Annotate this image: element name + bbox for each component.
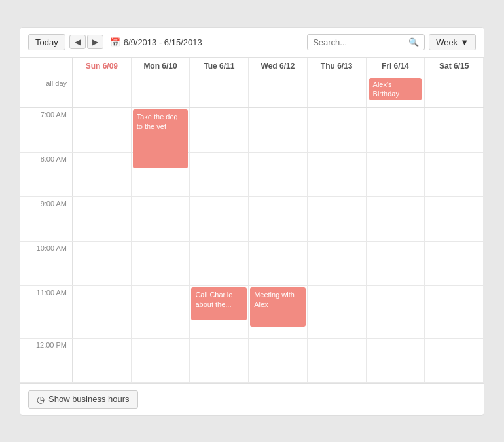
cell-7am-sun (73, 108, 132, 152)
allday-label: all day (20, 75, 73, 107)
cell-7am-fri (367, 108, 425, 152)
allday-mon (132, 75, 190, 107)
header-wed: Wed 6/12 (249, 58, 308, 75)
cell-8am-thu (308, 153, 367, 196)
allday-sun (73, 75, 132, 107)
header-thu: Thu 6/13 (308, 58, 367, 75)
cell-9am-sun (73, 197, 132, 241)
allday-sat (425, 75, 484, 107)
cell-11am-sat (425, 286, 484, 338)
header-tue: Tue 6/11 (190, 58, 249, 75)
dropdown-arrow-icon: ▼ (460, 37, 469, 47)
nav-group: ◀ ▶ (69, 35, 103, 49)
cell-10am-sun (73, 242, 132, 285)
cell-12pm-sat (425, 339, 484, 382)
date-range: 📅 6/9/2013 - 6/15/2013 (110, 37, 202, 47)
cell-9am-wed (249, 197, 308, 241)
cell-12pm-tue (190, 339, 249, 382)
cell-12pm-wed (249, 339, 308, 382)
header-mon: Mon 6/10 (132, 58, 190, 75)
cell-10am-tue (190, 242, 249, 285)
cell-7am-thu (308, 108, 367, 152)
week-view-button[interactable]: Week ▼ (429, 34, 476, 50)
time-row-9am: 9:00 AM (20, 197, 484, 242)
cell-9am-tue (190, 197, 249, 241)
cell-8am-sat (425, 153, 484, 196)
calendar-footer: ◷ Show business hours (20, 383, 484, 415)
event-alexs-birthday[interactable]: Alex's Birthday (369, 78, 422, 101)
cell-11am-wed: Meeting with Alex (249, 286, 308, 338)
event-call-charlie[interactable]: Call Charlie about the... (191, 287, 247, 320)
cell-11am-thu (308, 286, 367, 338)
event-meeting-alex[interactable]: Meeting with Alex (250, 287, 306, 327)
clock-icon: ◷ (37, 394, 45, 405)
time-label-10am: 10:00 AM (20, 242, 73, 285)
cell-11am-fri (367, 286, 425, 338)
allday-row: all day Alex's Birthday (20, 75, 484, 108)
cell-11am-sun (73, 286, 132, 338)
time-label-9am: 9:00 AM (20, 197, 73, 241)
allday-tue (190, 75, 249, 107)
allday-fri[interactable]: Alex's Birthday (367, 75, 425, 107)
toolbar: Today ◀ ▶ 📅 6/9/2013 - 6/15/2013 🔍 Week … (20, 28, 484, 58)
cell-8am-fri (367, 153, 425, 196)
cell-9am-fri (367, 197, 425, 241)
time-row-10am: 10:00 AM (20, 242, 484, 286)
search-icon: 🔍 (408, 37, 419, 47)
cell-10am-sat (425, 242, 484, 285)
cell-7am-wed (249, 108, 308, 152)
cell-10am-fri (367, 242, 425, 285)
time-label-8am: 8:00 AM (20, 153, 73, 196)
cell-8am-wed (249, 153, 308, 196)
cell-10am-mon (132, 242, 190, 285)
header-gutter (20, 58, 73, 75)
cell-12pm-mon (132, 339, 190, 382)
calendar-header-row: Sun 6/09 Mon 6/10 Tue 6/11 Wed 6/12 Thu … (20, 58, 484, 75)
search-input[interactable] (313, 37, 405, 47)
show-business-hours-label: Show business hours (48, 394, 130, 404)
time-rows: 7:00 AM Take the dog to the vet 8:00 AM (20, 108, 484, 383)
time-row-12pm: 12:00 PM (20, 339, 484, 383)
header-fri: Fri 6/14 (367, 58, 425, 75)
cell-10am-thu (308, 242, 367, 285)
cell-7am-tue (190, 108, 249, 152)
time-label-11am: 11:00 AM (20, 286, 73, 338)
calendar-container: Today ◀ ▶ 📅 6/9/2013 - 6/15/2013 🔍 Week … (20, 27, 484, 416)
next-button[interactable]: ▶ (87, 35, 103, 49)
cell-9am-sat (425, 197, 484, 241)
header-sun: Sun 6/09 (73, 58, 132, 75)
cell-10am-wed (249, 242, 308, 285)
cell-9am-thu (308, 197, 367, 241)
calendar-icon: 📅 (110, 37, 120, 47)
cell-8am-tue (190, 153, 249, 196)
header-sat: Sat 6/15 (425, 58, 484, 75)
search-box[interactable]: 🔍 (307, 34, 425, 50)
cell-8am-sun (73, 153, 132, 196)
show-business-hours-button[interactable]: ◷ Show business hours (28, 390, 138, 409)
time-row-11am: 11:00 AM Call Charlie about the... Meeti… (20, 286, 484, 339)
time-label-12pm: 12:00 PM (20, 339, 73, 382)
cell-11am-mon (132, 286, 190, 338)
week-label: Week (436, 37, 458, 47)
cell-12pm-thu (308, 339, 367, 382)
cell-7am-mon: Take the dog to the vet (132, 108, 190, 152)
cell-12pm-sun (73, 339, 132, 382)
time-label-7am: 7:00 AM (20, 108, 73, 152)
time-row-8am: 8:00 AM (20, 153, 484, 197)
today-button[interactable]: Today (28, 34, 65, 50)
cell-8am-mon (132, 153, 190, 196)
prev-button[interactable]: ◀ (69, 35, 86, 49)
date-range-label: 6/9/2013 - 6/15/2013 (124, 37, 202, 47)
time-row-7am: 7:00 AM Take the dog to the vet (20, 108, 484, 153)
cell-9am-mon (132, 197, 190, 241)
allday-thu (308, 75, 367, 107)
cell-12pm-fri (367, 339, 425, 382)
cell-7am-sat (425, 108, 484, 152)
allday-wed (249, 75, 308, 107)
calendar-grid: Sun 6/09 Mon 6/10 Tue 6/11 Wed 6/12 Thu … (20, 58, 484, 383)
cell-11am-tue: Call Charlie about the... (190, 286, 249, 338)
